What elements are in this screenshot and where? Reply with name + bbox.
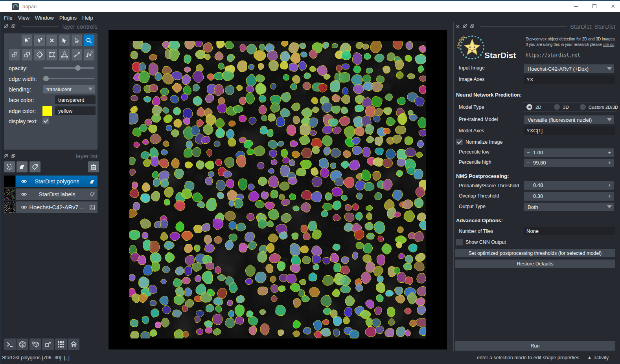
transpose-button[interactable] [42, 338, 54, 350]
shapes-layer-icon [89, 179, 95, 185]
dock-splitter[interactable] [453, 22, 454, 351]
visibility-eye-icon[interactable] [21, 179, 27, 184]
radio-2d[interactable] [526, 104, 532, 110]
normalize-image-checkbox[interactable] [456, 139, 463, 145]
output-type-dropdown[interactable]: Both [524, 203, 614, 211]
add-rectangle-tool[interactable] [46, 49, 57, 60]
close-dock-icon[interactable] [456, 23, 460, 30]
visibility-eye-icon[interactable] [21, 205, 27, 210]
pretrained-model-dropdown[interactable]: Versatile (fluorescent nuclei) [524, 115, 614, 124]
edge-width-slider-handle[interactable] [43, 76, 49, 81]
face-color-swatch[interactable] [42, 95, 52, 105]
add-polygon-tool[interactable] [59, 49, 70, 60]
select-shape-tool[interactable] [59, 35, 70, 46]
input-image-value: Hoechst-C42-ARv7 (+Dox) [528, 66, 589, 72]
minimize-button[interactable] [567, 0, 585, 12]
radio-custom[interactable] [580, 104, 586, 110]
opacity-slider-handle[interactable] [75, 65, 81, 71]
decrement-icon[interactable] [527, 182, 530, 188]
menu-view[interactable]: View [16, 15, 31, 21]
menu-file[interactable]: File [2, 15, 15, 21]
radio-2d-label: 2D [535, 105, 541, 110]
ndisplay-button[interactable] [17, 338, 28, 350]
move-back-tool[interactable] [9, 49, 20, 60]
hide-dock-icon2[interactable] [4, 152, 8, 159]
activity-button[interactable]: activity [594, 355, 609, 360]
edge-color-swatch[interactable] [42, 106, 52, 116]
float-dock-icon2[interactable] [11, 152, 15, 159]
radio-3d[interactable] [554, 104, 560, 110]
grid-button[interactable] [55, 338, 67, 350]
visibility-eye-icon[interactable] [21, 192, 27, 197]
direct-select-tool[interactable] [72, 35, 82, 46]
model-axes-input[interactable]: YXC[1] [524, 126, 615, 135]
layer-row-stardist-polygons[interactable]: StarDist polygons [4, 176, 98, 187]
increment-icon[interactable] [608, 160, 611, 166]
console-button[interactable] [4, 338, 16, 350]
face-color-input[interactable]: transparent [55, 95, 96, 104]
zoom-tool[interactable] [84, 35, 94, 46]
layer-row-hoechst[interactable]: Hoechst-C42-ARv7 ... [4, 201, 98, 213]
new-points-layer-button[interactable] [4, 161, 15, 172]
float-dock-icon[interactable] [11, 23, 15, 30]
restore-defaults-button[interactable]: Restore Defaults [455, 260, 615, 268]
display-text-checkbox[interactable] [42, 117, 49, 124]
vertex-insert-tool[interactable] [34, 35, 45, 46]
layer-thumbnail-polygons [4, 176, 15, 187]
delete-layer-button[interactable] [88, 161, 99, 172]
canvas-viewport[interactable] [109, 30, 447, 349]
float-dock-icon4[interactable] [470, 23, 474, 30]
menu-help[interactable]: Help [80, 15, 95, 21]
hide-dock-icon[interactable] [4, 23, 8, 30]
menu-plugins[interactable]: Plugins [57, 15, 79, 21]
window-border-left [0, 0, 0, 364]
add-ellipse-tool[interactable] [34, 49, 45, 60]
overlap-thresh-spinbox[interactable]: 0.30 [524, 192, 614, 201]
image-layer-icon [89, 205, 95, 210]
stardist-website-link[interactable]: https://stardist.net [526, 52, 580, 58]
layer-row-stardist-labels[interactable]: StarDist labels [4, 188, 98, 200]
chevron-down-icon [88, 88, 93, 91]
description-period: . [614, 42, 615, 47]
increment-icon[interactable] [608, 193, 611, 199]
percentile-low-spinbox[interactable]: 1.00 [524, 148, 614, 157]
divider [22, 156, 73, 156]
delete-shape-tool[interactable] [46, 35, 57, 46]
radio-custom-label: Custom 2D/3D [589, 105, 618, 110]
face-color-value: transparent [58, 97, 84, 103]
home-button[interactable] [68, 338, 79, 350]
opacity-slider[interactable] [43, 67, 94, 69]
num-tiles-input[interactable]: None [524, 227, 615, 235]
vertex-remove-tool[interactable] [22, 35, 32, 46]
roll-dimensions-button[interactable] [29, 338, 41, 350]
edge-width-slider[interactable] [43, 78, 94, 79]
close-icon: ✕ [611, 4, 615, 9]
menu-window[interactable]: Window [33, 15, 56, 21]
image-axes-input[interactable]: YX [524, 75, 615, 84]
prob-thresh-spinbox[interactable]: 0.48 [524, 181, 614, 190]
decrement-icon[interactable] [527, 160, 530, 166]
model-type-label: Model Type [459, 104, 484, 110]
show-cnn-checkbox[interactable] [456, 239, 463, 245]
new-labels-layer-button[interactable] [29, 161, 40, 172]
set-thresholds-button[interactable]: Set optimized postprocessing thresholds … [455, 249, 615, 257]
edge-color-input[interactable]: yellow [55, 106, 96, 115]
add-path-tool[interactable] [84, 49, 94, 60]
run-button[interactable]: Run [455, 341, 615, 351]
cite-us-link[interactable]: cite us [603, 42, 614, 47]
blending-dropdown[interactable]: translucent [43, 85, 95, 93]
status-help-message: enter a selection mode to edit shape pro… [477, 355, 580, 360]
activity-chevron-icon[interactable]: ▲ [587, 355, 592, 360]
hide-dock-icon3[interactable] [463, 23, 467, 30]
increment-icon[interactable] [608, 150, 611, 155]
decrement-icon[interactable] [527, 193, 530, 199]
maximize-button[interactable] [585, 0, 603, 12]
decrement-icon[interactable] [527, 150, 530, 155]
input-image-dropdown[interactable]: Hoechst-C42-ARv7 (+Dox) [524, 64, 614, 73]
move-front-tool[interactable] [22, 49, 32, 60]
add-line-tool[interactable] [72, 49, 82, 60]
new-shapes-layer-button[interactable] [17, 161, 28, 172]
increment-icon[interactable] [608, 182, 611, 188]
percentile-high-spinbox[interactable]: 99.80 [524, 159, 614, 167]
close-button[interactable]: ✕ [604, 0, 620, 12]
